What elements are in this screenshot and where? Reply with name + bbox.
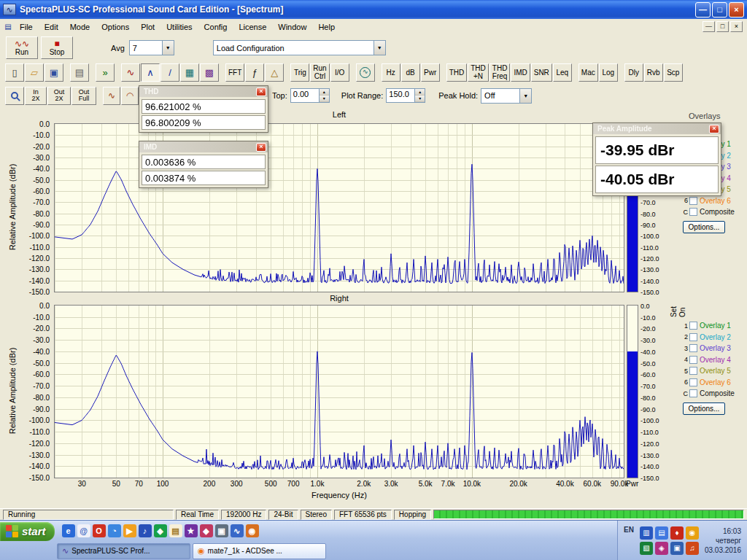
options-button[interactable]: Options... — [683, 221, 725, 233]
language-indicator[interactable]: EN — [624, 526, 634, 534]
overlay-checkbox[interactable] — [689, 333, 697, 341]
overlay-checkbox[interactable] — [689, 356, 697, 364]
imd-window[interactable]: IMD × 0.003636 %0.003874 % — [139, 141, 268, 188]
window-function-button[interactable]: △ — [265, 63, 284, 82]
surface-mode-button[interactable]: ▦ — [180, 63, 199, 82]
pwr-button[interactable]: Pwr — [421, 63, 440, 82]
tray-icon[interactable]: ◉ — [686, 526, 699, 540]
db-button[interactable]: dB — [401, 63, 420, 82]
rvb-button[interactable]: Rvb — [644, 63, 663, 82]
quicklaunch-icon[interactable]: ▤ — [169, 524, 182, 537]
quicklaunch-icon[interactable]: @ — [77, 524, 90, 537]
child-restore-button[interactable]: □ — [716, 21, 729, 32]
log-button[interactable]: Log — [599, 63, 618, 82]
peak-hold-select[interactable]: Off ▼ — [481, 88, 532, 104]
zoom-out-full-button[interactable]: Out Full — [71, 87, 96, 105]
snr-button[interactable]: SNR — [531, 63, 552, 82]
peak-window-titlebar[interactable]: Peak Amplitude × — [593, 123, 721, 134]
child-close-button[interactable]: × — [730, 21, 743, 32]
time-series-mode-button[interactable]: ∿ — [121, 63, 140, 82]
fft-settings-button[interactable]: ƒ — [245, 63, 264, 82]
quicklaunch-icon[interactable]: ∿ — [231, 524, 244, 537]
tray-icon[interactable]: ♫ — [686, 542, 699, 555]
quicklaunch-icon[interactable]: ◉ — [246, 524, 259, 537]
minimize-button[interactable]: — — [695, 2, 711, 18]
fast-forward-button[interactable]: » — [96, 63, 115, 82]
tray-icon[interactable]: ▧ — [640, 542, 653, 555]
imd-button[interactable]: IMD — [511, 63, 530, 82]
overlay-checkbox[interactable] — [689, 378, 697, 386]
close-button[interactable]: × — [729, 2, 744, 18]
quicklaunch-icon[interactable]: ▶ — [123, 524, 136, 537]
quicklaunch-icon[interactable]: e — [62, 524, 75, 537]
overlay-checkbox[interactable] — [689, 208, 697, 216]
menu-item[interactable]: Utilities — [160, 20, 198, 34]
trigger-button[interactable]: Trig — [290, 63, 309, 82]
leq-button[interactable]: Leq — [553, 63, 572, 82]
menu-item[interactable]: Help — [312, 20, 341, 34]
spin-down-icon[interactable]: ▾ — [415, 96, 425, 102]
phase-mode-button[interactable]: / — [160, 63, 179, 82]
menu-item[interactable]: Options — [96, 20, 135, 34]
tray-icon[interactable]: ▤ — [655, 526, 668, 540]
zoom-out-2x-button[interactable]: Out 2X — [47, 87, 71, 105]
tray-icon[interactable]: ♦ — [670, 526, 684, 540]
print-button[interactable]: ▤ — [70, 63, 89, 82]
quicklaunch-icon[interactable]: ▣ — [215, 524, 228, 537]
menu-item[interactable]: Edit — [39, 20, 64, 34]
right-spectrum-plot[interactable] — [54, 305, 624, 478]
imd-close-button[interactable]: × — [256, 143, 266, 152]
zoom-in-2x-button[interactable]: In 2X — [25, 87, 47, 105]
start-button[interactable]: start — [0, 522, 55, 541]
run-button[interactable]: ∿∿ Run — [6, 36, 38, 59]
avg-select[interactable]: 7 ▼ — [129, 40, 174, 55]
plot-range-spinner[interactable]: 150.0 ▴▾ — [386, 88, 425, 103]
thd-freq-button[interactable]: THD Freq — [489, 63, 511, 82]
top-spinner[interactable]: 0.00 ▴▾ — [290, 88, 330, 103]
spin-up-icon[interactable]: ▴ — [415, 89, 425, 96]
thd-n-button[interactable]: THD +N — [468, 63, 489, 82]
overlay-checkbox[interactable] — [689, 344, 697, 352]
thd-close-button[interactable]: × — [256, 88, 266, 96]
hz-button[interactable]: Hz — [382, 63, 400, 82]
overlay-checkbox[interactable] — [689, 322, 697, 330]
options-button[interactable]: Options... — [683, 402, 725, 415]
taskbar-task-button[interactable]: ∿ SpectraPLUS-SC Prof... — [57, 543, 190, 559]
smooth-curve-button[interactable]: ◠ — [121, 87, 139, 105]
taskbar-task-button[interactable]: ◉ mate7_1k - ACDSee ... — [193, 543, 326, 559]
quicklaunch-icon[interactable]: O — [93, 524, 106, 537]
fft-button[interactable]: FFT — [225, 63, 244, 82]
stop-button[interactable]: ■ Stop — [41, 36, 73, 59]
menu-item[interactable]: Config — [198, 20, 233, 34]
spin-up-icon[interactable]: ▴ — [320, 89, 329, 96]
thd-window-titlebar[interactable]: THD × — [139, 86, 268, 97]
thd-button[interactable]: THD — [446, 63, 468, 82]
imd-window-titlebar[interactable]: IMD × — [139, 141, 268, 152]
overlay-checkbox[interactable] — [689, 197, 697, 205]
overlay-checkbox[interactable] — [689, 389, 697, 397]
peak-curve-button[interactable]: ∿ — [103, 87, 120, 105]
menu-item[interactable]: Window — [272, 20, 312, 34]
zoom-button[interactable] — [5, 87, 24, 105]
overlay-checkbox[interactable] — [689, 367, 697, 375]
spectrogram-mode-button[interactable]: ▩ — [200, 63, 219, 82]
quicklaunch-icon[interactable]: ♪ — [139, 524, 152, 537]
tray-icon[interactable]: ◈ — [655, 542, 668, 555]
new-file-button[interactable]: ▯ — [5, 63, 24, 82]
child-minimize-button[interactable]: — — [703, 21, 715, 32]
spin-down-icon[interactable]: ▾ — [320, 96, 329, 102]
run-control-button[interactable]: Run Ctrl — [310, 63, 329, 82]
load-configuration-select[interactable]: Load Configuration ▼ — [213, 40, 386, 55]
quicklaunch-icon[interactable]: ◈ — [154, 524, 167, 537]
peak-amplitude-window[interactable]: Peak Amplitude × -39.95 dBr-40.05 dBr — [592, 122, 721, 196]
signal-generator-button[interactable]: ∿ — [356, 63, 375, 82]
open-file-button[interactable]: ▱ — [25, 63, 44, 82]
quicklaunch-icon[interactable]: ◔ — [108, 524, 121, 537]
save-button[interactable]: ▣ — [44, 63, 63, 82]
menu-item[interactable]: Mode — [64, 20, 96, 34]
quicklaunch-icon[interactable]: ◆ — [200, 524, 213, 537]
restore-button[interactable]: □ — [712, 2, 727, 18]
scp-button[interactable]: Scp — [664, 63, 683, 82]
tray-icon[interactable]: ▥ — [640, 526, 653, 540]
dly-button[interactable]: Dly — [624, 63, 643, 82]
